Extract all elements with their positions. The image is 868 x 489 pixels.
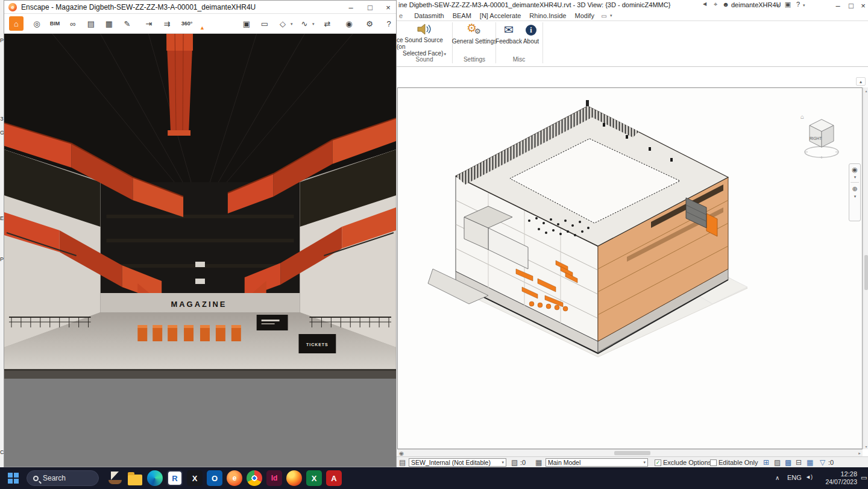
scroll-up-icon[interactable]: ▴ [864,87,868,93]
select-links-icon[interactable]: ⊞ [763,458,769,467]
revit-titlebar[interactable]: ine Digbeth-SEW-ZZ-ZZ-M3-A-00001_deimant… [397,0,868,11]
viewcube-home-icon[interactable]: ⌂ [800,113,804,120]
select-pinned-icon[interactable]: ▩ [785,458,791,467]
start-button[interactable] [6,472,20,485]
excel-icon[interactable]: X [306,470,322,486]
asset-library-icon[interactable]: ◇ [275,16,290,31]
help-icon[interactable]: ? [794,1,802,8]
tab-rhino-inside[interactable]: Rhino.Inside [525,11,570,21]
file-explorer-icon[interactable] [127,470,143,486]
toolbar-collapse-icon[interactable]: ▲ [200,25,205,31]
language-indicator[interactable]: ENG [787,474,802,481]
export-video-icon[interactable]: ⇉ [160,16,174,31]
navigation-bar[interactable]: ◉ ▾ ⊕ ▾ [849,163,861,221]
select-by-face-icon[interactable]: ⊟ [796,458,802,467]
help-icon[interactable]: ? [382,16,396,31]
design-option-select[interactable]: Main Model ▾ [546,458,648,467]
visibility-icon[interactable]: ◉ [342,16,356,31]
design-options-icon[interactable]: ▦ [535,458,542,467]
taskbar-search[interactable]: Search [27,470,99,486]
tab-datasmith[interactable]: Datasmith [410,11,448,21]
panel-extra-chevron-icon[interactable]: ▾ [610,13,612,18]
worksets-icon[interactable]: ▤ [399,458,406,467]
document-icon[interactable]: ▤ [84,16,98,31]
close-button[interactable]: × [380,1,396,14]
maximize-button[interactable]: □ [845,0,857,11]
tab-beam[interactable]: BEAM [448,11,476,21]
minimize-button[interactable]: – [832,0,844,11]
scroll-right-icon[interactable]: ▸ [857,450,863,456]
sound-icon[interactable]: ∿ [297,16,312,31]
panorama-360-icon[interactable]: 360° [178,16,196,31]
enscape-render-viewport[interactable]: MAGAZINE TICKETS [4,34,396,379]
app-icon-o[interactable]: O [207,470,222,486]
map-icon[interactable]: ▣ [239,16,254,31]
clock[interactable]: 12:28 24/07/2023 [819,470,857,486]
help-chevron-icon[interactable]: ▾ [803,3,805,8]
account-chevron-icon[interactable]: ▾ [777,3,779,8]
drag-selection-icon[interactable]: ▦ [807,458,813,467]
feedback-button[interactable]: ✉ Feedback [497,22,521,45]
select-underlay-icon[interactable]: ▨ [774,458,781,467]
bim-icon[interactable]: BIM [48,16,62,31]
enscape-titlebar[interactable]: e Enscape - Magazine Digbeth-SEW-ZZ-ZZ-M… [4,1,396,14]
minimize-button[interactable]: – [342,1,360,14]
tray-chevron-icon[interactable]: ∧ [775,475,779,481]
sound-chevron-icon[interactable]: ▾ [312,22,315,27]
edge-icon[interactable] [147,470,163,486]
app-icon-x[interactable]: X [187,470,203,486]
revit-3d-canvas[interactable]: RIGHT ⌂ ◉ ▾ ⊕ ▾ [397,87,863,449]
notification-icon[interactable]: ▭ [861,474,867,482]
zoom-chevron-icon[interactable]: ▾ [854,194,857,199]
style-icon[interactable]: ◎ [30,16,44,31]
folder-icon [128,475,142,485]
indesign-icon[interactable]: Id [266,470,282,486]
panel-extra-icon[interactable]: ▭ [599,13,609,19]
pin-left-icon[interactable]: ◀ [700,1,709,7]
scroll-down-icon[interactable]: ▾ [864,443,868,449]
horizontal-scrollbar[interactable]: ◂ ▸ [397,449,863,456]
nav-chevron-icon[interactable]: ▾ [854,175,857,180]
home-icon[interactable]: ⌂ [9,16,24,31]
zoom-icon[interactable]: ⊕ [852,185,857,193]
cart-icon[interactable]: ▣ [783,1,793,8]
tab-n-accelerate[interactable]: [N] Accelerate [476,11,525,21]
collaboration-icon[interactable]: ⇄ [320,16,335,31]
hscroll-thumb[interactable] [614,451,650,455]
tab-modify[interactable]: Modify [570,11,598,21]
viewcube[interactable]: RIGHT ⌂ [802,112,841,163]
maximize-button[interactable]: □ [361,1,379,14]
chrome-icon[interactable] [247,470,262,486]
app-icon-ship[interactable] [107,470,123,486]
editable-only-label: Editable Only [719,459,758,466]
steering-wheel-icon[interactable]: ◉ [852,166,858,174]
edit-icon[interactable]: ✎ [120,16,134,31]
editing-requests-icon[interactable]: ▧ [511,458,518,467]
search-icon[interactable]: ⌖ [711,1,720,8]
vertical-scrollbar[interactable]: ▴ ▾ [863,87,868,449]
ribbon-collapse-icon[interactable]: ▴ [856,77,866,86]
vr-glasses-icon[interactable]: ∞ [66,16,80,31]
about-button[interactable]: i About [521,22,541,45]
exclude-options-checkbox[interactable]: ✓ Exclude Options [655,459,711,466]
sound-source-button[interactable]: ce Sound Source (on Selected Face)▾ [397,22,452,57]
speaker-icon[interactable]: ◄) [805,474,813,480]
editable-only-checkbox[interactable]: Editable Only [710,459,758,466]
model-icon[interactable]: ▦ [102,16,116,31]
asset-chevron-icon[interactable]: ▾ [291,22,293,27]
filter-icon[interactable]: ▽ [820,458,825,467]
workset-select[interactable]: SEW_Internal (Not Editable) ▾ [409,458,506,467]
vscroll-thumb[interactable] [864,255,868,290]
close-button[interactable]: × [858,0,868,11]
enscape-taskbar-icon[interactable]: e [227,470,242,486]
acrobat-icon[interactable]: A [326,470,342,486]
revit-app-icon[interactable]: R [167,470,183,486]
account-name[interactable]: deimanteXHR4U [731,1,781,8]
screen-icon[interactable]: ▭ [257,16,272,31]
export-image-icon[interactable]: ⇥ [142,16,156,31]
tickets-sign: TICKETS [306,342,329,347]
reveal-hidden-elements-icon[interactable]: ◉ [398,450,405,456]
general-settings-button[interactable]: ⚙ ⚙ General Settings [453,22,495,45]
settings-gear-icon[interactable]: ⚙ [362,16,377,31]
firefox-icon[interactable] [286,470,302,486]
